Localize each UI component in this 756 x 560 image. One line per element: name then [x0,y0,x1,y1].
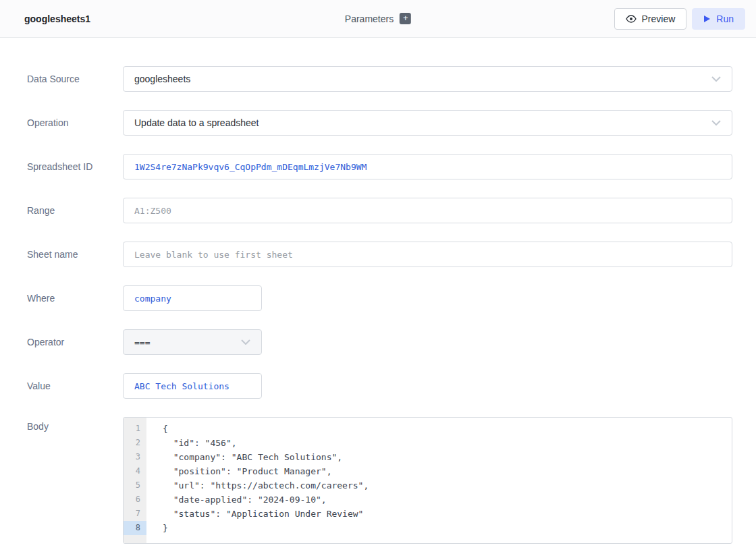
app-window: googlesheets1 Parameters + Preview Run [0,0,756,560]
data-source-select[interactable]: googlesheets [123,66,732,92]
where-label: Where [27,293,123,304]
code-area[interactable]: { "id": "456", "company": "ABC Tech Solu… [146,418,732,543]
field-row-body: Body 1 2 3 4 5 6 7 8 { "id": [27,417,732,544]
body-label: Body [27,417,123,432]
where-value: company [134,293,171,304]
field-row-operation: Operation Update data to a spreadsheet [27,110,732,136]
where-input[interactable]: company [123,285,262,311]
code-line[interactable]: "status": "Application Under Review" [163,507,732,521]
data-source-value: googlesheets [134,74,190,84]
sheet-name-label: Sheet name [27,249,123,260]
spreadsheet-id-input[interactable]: 1W2S4re7zNaPk9vqv6_CqOpPdm_mDEqmLmzjVe7N… [123,154,732,179]
line-number: 3 [124,450,146,464]
preview-button-label: Preview [642,13,676,24]
value-value: ABC Tech Solutions [134,381,230,391]
chevron-down-icon [241,339,250,345]
line-number: 2 [124,436,146,450]
body-code-editor[interactable]: 1 2 3 4 5 6 7 8 { "id": "456", "company"… [123,417,732,544]
parameters-form: Data Source googlesheets Operation Updat… [0,38,756,544]
parameters-label: Parameters [345,13,394,24]
value-input[interactable]: ABC Tech Solutions [123,373,262,399]
run-button-label: Run [716,13,734,24]
header-actions: Preview Run [614,8,745,30]
header: googlesheets1 Parameters + Preview Run [0,0,756,38]
range-input[interactable]: A1:Z500 [123,198,732,223]
operator-value: === [134,337,150,347]
spreadsheet-id-label: Spreadsheet ID [27,161,123,172]
spreadsheet-id-value: 1W2S4re7zNaPk9vqv6_CqOpPdm_mDEqmLmzjVe7N… [134,162,367,172]
code-line[interactable]: "url": "https://abctech.com/careers", [163,478,732,493]
range-label: Range [27,205,123,216]
field-row-range: Range A1:Z500 [27,198,732,223]
range-value: A1:Z500 [134,206,171,216]
field-row-value: Value ABC Tech Solutions [27,373,732,399]
code-line[interactable]: } [163,521,732,535]
field-row-spreadsheet-id: Spreadsheet ID 1W2S4re7zNaPk9vqv6_CqOpPd… [27,154,732,179]
operator-select[interactable]: === [123,329,262,355]
operator-label: Operator [27,337,123,347]
code-line[interactable]: "date-applied": "2024-09-10", [163,493,732,507]
chevron-down-icon [711,120,721,125]
line-number: 5 [124,478,146,493]
field-row-sheet-name: Sheet name Leave blank to use first shee… [27,242,732,267]
operation-value: Update data to a spreadsheet [134,117,259,128]
code-line[interactable]: { [163,422,732,436]
play-icon [703,15,711,23]
line-number: 7 [124,507,146,521]
line-number-active: 8 [124,521,146,535]
sheet-name-placeholder: Leave blank to use first sheet [134,250,293,260]
field-row-data-source: Data Source googlesheets [27,66,732,92]
run-button[interactable]: Run [692,8,745,30]
sheet-name-input[interactable]: Leave blank to use first sheet [123,242,732,267]
field-row-where: Where company [27,285,732,311]
operation-select[interactable]: Update data to a spreadsheet [123,110,732,136]
parameters-tab: Parameters + [345,13,411,24]
chevron-down-icon [711,76,721,82]
field-row-operator: Operator === [27,329,732,355]
step-title: googlesheets1 [24,13,90,24]
value-label: Value [27,381,123,391]
code-line[interactable]: "company": "ABC Tech Solutions", [163,450,732,464]
line-number: 6 [124,493,146,507]
preview-button[interactable]: Preview [614,8,687,30]
line-number: 4 [124,464,146,478]
data-source-label: Data Source [27,74,123,84]
add-parameter-button[interactable]: + [400,13,411,24]
code-line[interactable]: "id": "456", [163,436,732,450]
operation-label: Operation [27,117,123,128]
code-line[interactable]: "position": "Product Manager", [163,464,732,478]
eye-icon [626,15,637,23]
line-number: 1 [124,422,146,436]
line-number-gutter: 1 2 3 4 5 6 7 8 [124,418,146,543]
